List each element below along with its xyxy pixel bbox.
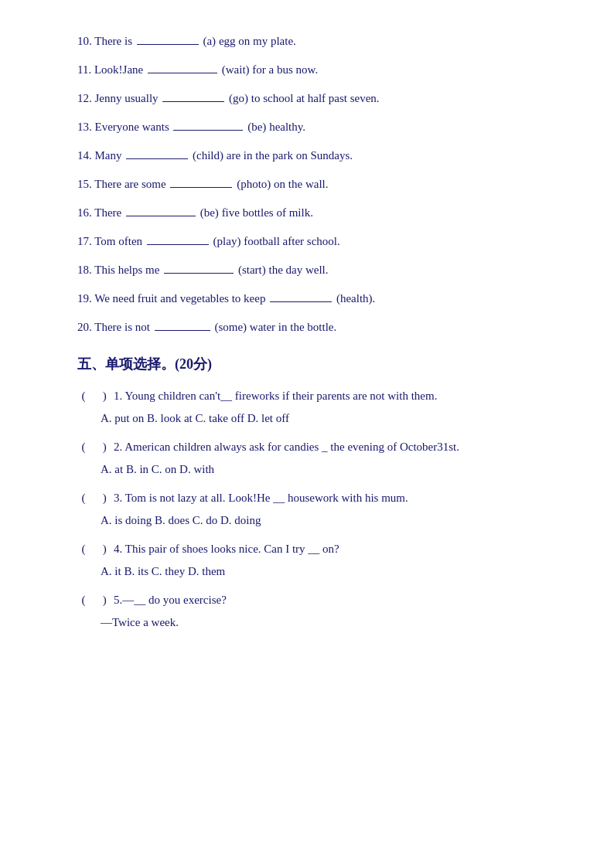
section-5: 五、单项选择。(20分) ( ) 1. Young children can't… — [77, 352, 552, 633]
question-18: 18. This helps me (start) the day well. — [77, 260, 552, 281]
mc4-number: 4 — [114, 543, 120, 555]
q13-text-after: healthy. — [269, 121, 305, 133]
mc-question-1: ( ) 1. Young children can't__ fireworks … — [77, 386, 552, 429]
q20-blank — [155, 330, 210, 331]
q14-text-before: Many — [95, 149, 122, 162]
q16-number: 16 — [77, 206, 89, 219]
q16-text-before: There — [94, 206, 121, 219]
q18-blank — [164, 273, 234, 274]
mc5-subtext: —Twice a week. — [101, 612, 552, 633]
q20-number: 20 — [77, 321, 89, 333]
question-15: 15. There are some (photo) on the wall. — [77, 174, 552, 195]
question-16: 16. There (be) five bottles of milk. — [77, 203, 552, 223]
q18-text-after: the day well. — [268, 264, 328, 276]
q10-text-after: egg on my plate. — [219, 35, 296, 47]
question-10: 10. There is (a) egg on my plate. — [77, 31, 552, 52]
mc4-paren: ( — [77, 539, 90, 560]
question-13: 13. Everyone wants (be) healthy. — [77, 117, 552, 138]
q19-text-before: We need fruit and vegetables to keep — [94, 292, 265, 305]
mc5-paren: ( — [77, 590, 90, 611]
mc1-paren-close: ) — [98, 386, 111, 407]
q10-hint: (a) — [203, 35, 216, 47]
mc3-paren-close: ) — [98, 488, 111, 509]
q15-number: 15 — [77, 178, 89, 190]
q12-text-before: Jenny usually — [95, 92, 159, 104]
q17-text-before: Tom often — [94, 235, 142, 247]
mc4-text: This pair of shoes looks nice. Can I try… — [125, 543, 339, 555]
q11-text-after: for a bus now. — [252, 63, 318, 76]
q18-hint: (start) — [238, 264, 266, 276]
fill-in-blank-section: 10. There is (a) egg on my plate. 11. Lo… — [77, 31, 552, 338]
q19-blank — [270, 301, 332, 302]
q14-number: 14 — [77, 149, 89, 162]
mc2-paren: ( — [77, 437, 90, 458]
q12-blank — [162, 101, 224, 102]
q11-text-before: Look!Jane — [94, 63, 143, 76]
q20-hint: (some) — [214, 321, 247, 333]
q11-number: 11 — [77, 63, 88, 76]
question-19: 19. We need fruit and vegetables to keep… — [77, 288, 552, 309]
question-11: 11. Look!Jane (wait) for a bus now. — [77, 60, 552, 80]
mc5-paren-close: ) — [98, 590, 111, 611]
q20-text-before: There is not — [94, 321, 150, 333]
q20-text-after: water in the bottle. — [250, 321, 336, 333]
q13-number: 13 — [77, 121, 89, 133]
mc5-text: —__ do you exercise? — [122, 594, 227, 606]
q17-hint: (play) — [213, 235, 241, 247]
q16-hint: (be) — [200, 206, 219, 219]
mc3-options: A. is doing B. does C. do D. doing — [101, 510, 552, 531]
q15-text-after: on the wall. — [274, 178, 328, 190]
q17-number: 17 — [77, 235, 89, 247]
mc1-options: A. put on B. look at C. take off D. let … — [101, 408, 552, 429]
q14-hint: (child) — [193, 149, 223, 162]
section-5-title: 五、单项选择。(20分) — [77, 352, 552, 376]
q17-text-after: football after school. — [244, 235, 340, 247]
q17-blank — [147, 244, 209, 245]
q10-number: 10 — [77, 35, 89, 47]
q11-hint: (wait) — [222, 63, 250, 76]
q15-hint: (photo) — [237, 178, 271, 190]
question-12: 12. Jenny usually (go) to school at half… — [77, 88, 552, 109]
mc2-number: 2 — [114, 441, 120, 453]
q12-hint: (go) — [229, 92, 248, 104]
q16-blank — [126, 216, 196, 216]
mc1-number: 1 — [114, 390, 120, 402]
mc4-options: A. it B. its C. they D. them — [101, 561, 552, 582]
mc-question-5: ( ) 5.—__ do you exercise? —Twice a week… — [77, 590, 552, 633]
q14-blank — [126, 158, 188, 159]
mc-question-3: ( ) 3. Tom is not lazy at all. Look!He _… — [77, 488, 552, 531]
q12-number: 12 — [77, 92, 89, 104]
q12-text-after: to school at half past seven. — [251, 92, 380, 104]
q16-text-after: five bottles of milk. — [222, 206, 313, 219]
mc2-paren-close: ) — [98, 437, 111, 458]
mc1-paren: ( — [77, 386, 90, 407]
q19-hint: (health). — [336, 292, 375, 305]
q11-blank — [148, 73, 217, 73]
mc3-text: Tom is not lazy at all. Look!He __ house… — [125, 492, 408, 504]
q10-text-before: There is — [94, 35, 132, 47]
mc-question-4: ( ) 4. This pair of shoes looks nice. Ca… — [77, 539, 552, 582]
q13-blank — [173, 130, 243, 131]
question-20: 20. There is not (some) water in the bot… — [77, 317, 552, 338]
q18-text-before: This helps me — [94, 264, 159, 276]
q19-number: 19 — [77, 292, 89, 305]
mc3-number: 3 — [114, 492, 120, 504]
mc1-text: Young children can't__ fireworks if thei… — [125, 390, 437, 402]
mc3-paren: ( — [77, 488, 90, 509]
q18-number: 18 — [77, 264, 89, 276]
question-17: 17. Tom often (play) football after scho… — [77, 231, 552, 252]
mc2-text: American children always ask for candies… — [125, 441, 459, 453]
q15-text-before: There are some — [94, 178, 165, 190]
mc2-options: A. at B. in C. on D. with — [101, 459, 552, 480]
q10-blank — [137, 44, 199, 45]
mc-question-2: ( ) 2. American children always ask for … — [77, 437, 552, 480]
q13-text-before: Everyone wants — [95, 121, 169, 133]
mc4-paren-close: ) — [98, 539, 111, 560]
q14-text-after: are in the park on Sundays. — [227, 149, 353, 162]
question-14: 14. Many (child) are in the park on Sund… — [77, 145, 552, 166]
q15-blank — [170, 187, 232, 188]
q13-hint: (be) — [247, 121, 266, 133]
mc5-number: 5 — [114, 594, 120, 606]
